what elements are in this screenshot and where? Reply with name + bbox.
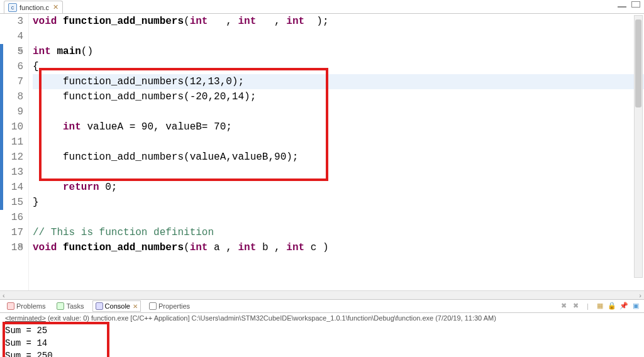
code-line: { — [33, 59, 644, 74]
fold-toggle-icon[interactable]: ⊖ — [18, 244, 24, 250]
change-marker — [0, 104, 3, 119]
line-number: 7 — [17, 76, 23, 87]
console-status: <terminated> (exit value: 0) function.ex… — [0, 313, 644, 323]
code-line — [33, 104, 644, 119]
editor-tabbar: c function.c ✕ — [0, 0, 644, 14]
c-file-icon: c — [8, 3, 17, 12]
scrollbar-thumb[interactable] — [635, 19, 641, 107]
minimize-icon[interactable] — [618, 1, 626, 8]
line-number: 6 — [17, 61, 23, 72]
tab-console[interactable]: Console ✕ — [92, 300, 141, 312]
code-line: // This is function definition — [33, 225, 644, 240]
pin-console-icon[interactable]: 📌 — [619, 301, 628, 310]
clear-console-icon[interactable]: ▦ — [595, 301, 604, 310]
code-editor[interactable]: 3 4 5⊖ 6 7 8 9 10 11 12 13 14 15 16 17 1… — [0, 14, 644, 290]
change-marker — [0, 135, 3, 150]
horizontal-scrollbar[interactable]: ‹ › — [0, 290, 644, 299]
scroll-left-icon[interactable]: ‹ — [3, 292, 5, 299]
tab-problems[interactable]: Problems — [4, 300, 48, 312]
close-icon[interactable]: ✕ — [53, 3, 58, 11]
tasks-icon — [57, 302, 64, 310]
line-gutter: 3 4 5⊖ 6 7 8 9 10 11 12 13 14 15 16 17 1… — [0, 14, 29, 290]
code-line: function_add_numbers(-20,20,14); — [33, 89, 644, 104]
change-marker — [0, 195, 3, 210]
line-number: 8 — [17, 91, 23, 102]
fold-toggle-icon[interactable]: ⊖ — [18, 48, 24, 54]
console-icon — [96, 302, 103, 310]
scroll-lock-icon[interactable]: 🔒 — [607, 301, 616, 310]
editor-tabbar-controls — [618, 1, 640, 8]
code-line: return 0; — [33, 180, 644, 195]
change-marker — [0, 44, 3, 59]
line-number: 11 — [11, 136, 23, 148]
editor-tab-function-c[interactable]: c function.c ✕ — [4, 1, 63, 13]
tab-label: Problems — [16, 302, 45, 310]
close-icon[interactable]: ✕ — [133, 303, 138, 310]
line-number: 15 — [11, 197, 23, 208]
remove-all-icon[interactable]: ✖ — [571, 301, 580, 310]
code-line-current: function_add_numbers(12,13,0); — [33, 74, 644, 89]
tab-label: Properties — [158, 302, 190, 310]
tab-tasks[interactable]: Tasks — [53, 300, 87, 312]
code-line: void function_add_numbers(int , int , in… — [33, 14, 644, 29]
scroll-right-icon[interactable]: › — [639, 292, 641, 299]
change-marker — [0, 150, 3, 165]
code-line: } — [33, 195, 644, 210]
line-number: 9 — [17, 106, 23, 118]
change-marker — [0, 180, 3, 195]
line-number: 12 — [11, 151, 23, 163]
console-line: Sum = 25 — [5, 324, 639, 337]
code-area[interactable]: void function_add_numbers(int , int , in… — [29, 14, 644, 290]
code-line: int main() — [33, 44, 644, 59]
line-number: 4 — [17, 31, 23, 42]
properties-icon — [149, 302, 157, 310]
editor-tab-label: function.c — [19, 4, 49, 11]
tab-properties[interactable]: Properties — [146, 300, 193, 312]
code-line — [33, 210, 644, 225]
line-number: 13 — [11, 167, 23, 178]
code-line: function_add_numbers(valueA,valueB,90); — [33, 150, 644, 165]
line-number: 14 — [11, 182, 23, 193]
display-console-icon[interactable]: ▣ — [631, 301, 640, 310]
code-line: void function_add_numbers(int a , int b … — [33, 240, 644, 255]
code-line — [33, 165, 644, 180]
line-number: 17 — [11, 227, 23, 238]
app-path: function.exe [C/C++ Application] C:\User… — [91, 314, 496, 322]
code-line: int valueA = 90, valueB= 70; — [33, 119, 644, 135]
console-line: Sum = 14 — [5, 337, 639, 349]
change-marker — [0, 89, 3, 104]
change-marker — [0, 74, 3, 89]
panel-tabbar: Problems Tasks Console ✕ Properties ✖ ✖ … — [0, 299, 644, 313]
separator-icon: | — [583, 301, 592, 310]
change-marker — [0, 165, 3, 180]
code-line — [33, 135, 644, 150]
tab-label: Console — [105, 302, 130, 310]
remove-launch-icon[interactable]: ✖ — [559, 301, 569, 310]
change-marker — [0, 59, 3, 74]
change-marker — [0, 119, 3, 135]
code-line — [33, 29, 644, 44]
console-toolbar: ✖ ✖ | ▦ 🔒 📌 ▣ — [559, 301, 640, 310]
exit-value: (exit value: 0) — [46, 314, 91, 322]
console-output[interactable]: Sum = 25 Sum = 14 Sum = 250 — [0, 323, 644, 357]
console-line: Sum = 250 — [5, 349, 639, 357]
tab-label: Tasks — [66, 302, 84, 310]
problems-icon — [7, 302, 14, 310]
line-number: 16 — [11, 212, 23, 223]
line-number: 10 — [11, 121, 23, 133]
maximize-icon[interactable] — [631, 1, 640, 8]
line-number: 3 — [17, 16, 23, 27]
vertical-scrollbar[interactable] — [634, 15, 643, 278]
terminated-label: <terminated> — [5, 314, 46, 322]
